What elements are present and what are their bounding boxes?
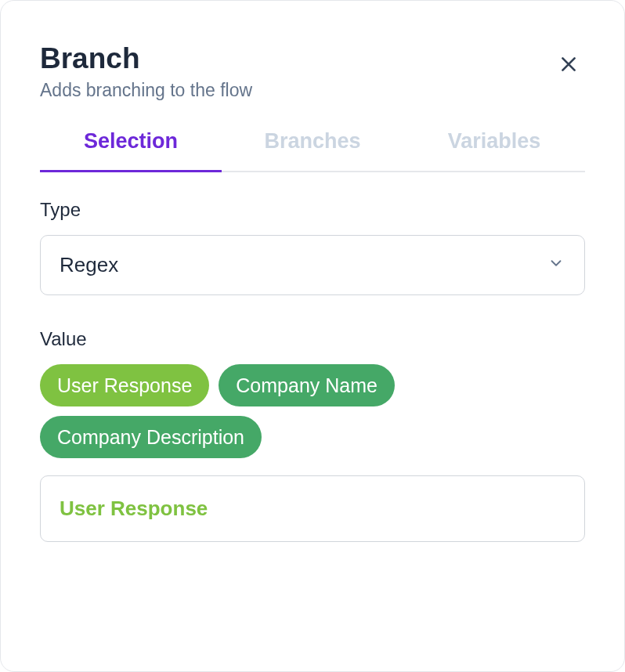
value-input[interactable] — [40, 475, 585, 542]
tab-bar: Selection Branches Variables — [40, 129, 585, 172]
tab-branches[interactable]: Branches — [222, 129, 403, 171]
panel-title: Branch — [40, 43, 252, 75]
tab-selection[interactable]: Selection — [40, 129, 222, 171]
value-field: Value User Response Company Name Company… — [40, 328, 585, 542]
tab-variables[interactable]: Variables — [403, 129, 585, 171]
branch-panel: Branch Adds branching to the flow Select… — [0, 0, 625, 672]
close-button[interactable] — [552, 48, 585, 83]
panel-subtitle: Adds branching to the flow — [40, 80, 252, 101]
chip-user-response[interactable]: User Response — [40, 364, 209, 406]
type-select[interactable]: Regex — [40, 235, 585, 295]
panel-header: Branch Adds branching to the flow — [40, 43, 585, 101]
type-label: Type — [40, 199, 585, 221]
chip-company-name[interactable]: Company Name — [219, 364, 395, 406]
value-chips: User Response Company Name Company Descr… — [40, 364, 585, 458]
chip-company-description[interactable]: Company Description — [40, 416, 262, 458]
type-field: Type Regex — [40, 199, 585, 295]
value-label: Value — [40, 328, 585, 350]
close-icon — [558, 65, 579, 77]
